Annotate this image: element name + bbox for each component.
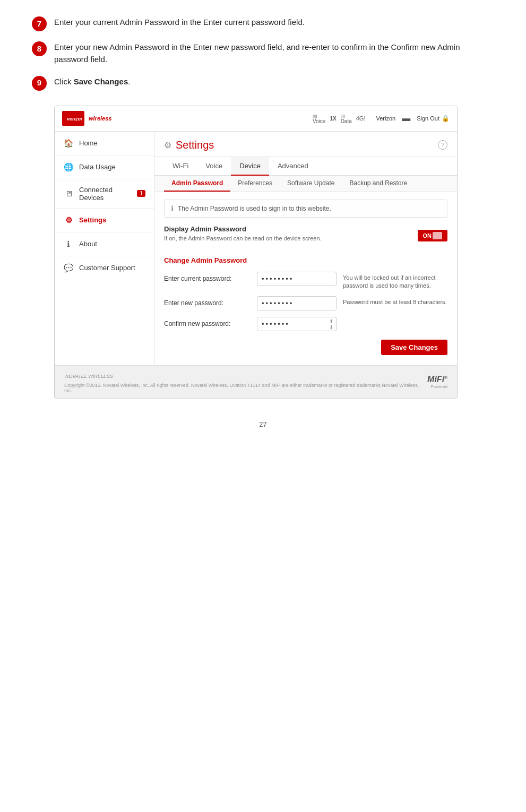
footer-powered: Powered (427, 384, 447, 389)
home-icon: 🏠 (63, 138, 74, 149)
content-area: ⚙ Settings ? Wi-Fi Voice Device Advanced… (154, 132, 457, 365)
logo-wireless-text: wireless (89, 115, 111, 122)
sidebar-item-settings[interactable]: ⚙ Settings (55, 209, 154, 232)
sidebar-item-customer-support[interactable]: 💬 Customer Support (55, 256, 154, 280)
signal-1x: 1X (330, 116, 336, 122)
step-7-number: 7 (32, 16, 47, 31)
display-heading: Display Admin Password (164, 225, 418, 233)
connected-devices-badge: 1 (137, 190, 145, 197)
tab-voice[interactable]: Voice (197, 157, 231, 176)
tab-advanced[interactable]: Advanced (269, 157, 317, 176)
sign-out-button[interactable]: Sign Out 🔒 (417, 115, 450, 122)
confirm-input-wrapper: ⬆⬇ (257, 317, 337, 331)
sidebar-item-data-usage[interactable]: 🌐 Data Usage (55, 156, 154, 179)
step-7-text: Enter your current Admin Password in the… (54, 16, 305, 28)
verizon-logo-icon: verizon (62, 111, 84, 126)
verizon-logo: verizon wireless (62, 111, 111, 126)
step-9-text: Click Save Changes. (54, 75, 130, 88)
step-9-number: 9 (32, 76, 47, 91)
input-confirm-password[interactable] (257, 317, 337, 331)
sub-tab-preferences[interactable]: Preferences (230, 176, 280, 192)
sidebar-item-connected-devices-label: ConnectedDevices (79, 186, 113, 202)
settings-icon: ⚙ (63, 215, 74, 226)
input-current-password[interactable] (257, 272, 337, 286)
form-row-new-password: Enter new password: Password must be at … (164, 296, 447, 310)
header-signals: |||| Voice 1X |||| Data 4G! (313, 113, 366, 124)
signal-data: |||| Data (341, 113, 352, 124)
input-group-confirm-password: ⬆⬇ (257, 317, 447, 331)
settings-header: ⚙ Settings ? (154, 132, 457, 157)
settings-content: ℹ The Admin Password is used to sign in … (154, 192, 457, 363)
display-password-toggle[interactable]: ON (418, 230, 448, 241)
connected-devices-icon: 🖥 (63, 188, 74, 199)
customer-support-icon: 💬 (63, 263, 74, 273)
step-8-text: Enter your new Admin Password in the Ent… (54, 41, 494, 66)
settings-title: Settings (176, 139, 214, 151)
sub-tab-bar: Admin Password Preferences Software Upda… (154, 176, 457, 192)
hint-current-password: You will be locked out if an incorrect p… (343, 272, 447, 290)
help-icon[interactable]: ? (438, 140, 447, 150)
sub-tab-admin-password[interactable]: Admin Password (164, 176, 230, 192)
toggle-label-block: Display Admin Password If on, the Admin … (164, 225, 418, 247)
display-password-section: Display Admin Password If on, the Admin … (164, 225, 447, 247)
router-header: verizon wireless |||| Voice 1X |||| Data… (55, 106, 457, 132)
sidebar-item-about-label: About (79, 240, 97, 248)
footer-left: NOVATEL WIRELESS Copyright ©2015. Novate… (64, 371, 427, 393)
svg-text:NOVATEL WIRELESS: NOVATEL WIRELESS (65, 374, 113, 379)
settings-gear-icon: ⚙ (164, 140, 171, 150)
display-subtext: If on, the Admin Password can be read on… (164, 235, 418, 241)
step-8: 8 Enter your new Admin Password in the E… (32, 41, 494, 66)
label-current-password: Enter current password: (164, 272, 257, 282)
label-confirm-password: Confirm new password: (164, 317, 257, 327)
sub-tab-software-update[interactable]: Software Update (280, 176, 342, 192)
footer-brand: NOVATEL WIRELESS (64, 371, 427, 382)
tab-wifi[interactable]: Wi-Fi (164, 157, 197, 176)
footer-mifi: MiFi® Powered (427, 375, 447, 389)
router-ui-screenshot: verizon wireless |||| Voice 1X |||| Data… (54, 106, 458, 399)
tab-bar: Wi-Fi Voice Device Advanced (154, 157, 457, 176)
sidebar-item-home-label: Home (79, 139, 98, 147)
input-new-password[interactable] (257, 296, 337, 310)
input-group-new-password: Password must be at least 8 characters. (257, 296, 447, 310)
sidebar-item-about[interactable]: ℹ About (55, 232, 154, 256)
sub-tab-backup-restore[interactable]: Backup and Restore (342, 176, 415, 192)
sidebar-item-settings-label: Settings (79, 216, 106, 224)
form-row-current-password: Enter current password: You will be lock… (164, 272, 447, 290)
change-heading: Change Admin Password (164, 256, 447, 264)
router-body: 🏠 Home 🌐 Data Usage 🖥 ConnectedDevices 1… (55, 132, 457, 365)
tab-device[interactable]: Device (231, 157, 269, 176)
info-text: The Admin Password is used to sign in to… (178, 205, 331, 212)
page-number: 27 (32, 420, 494, 428)
hint-new-password: Password must be at least 8 characters. (343, 296, 447, 306)
footer-copyright: Copyright ©2015. Novatel Wireless, Inc. … (64, 383, 427, 393)
about-icon: ℹ (63, 239, 74, 249)
svg-text:verizon: verizon (67, 116, 82, 122)
save-changes-button[interactable]: Save Changes (381, 340, 447, 355)
sidebar-item-customer-support-label: Customer Support (79, 264, 135, 272)
data-usage-icon: 🌐 (63, 162, 74, 172)
form-row-confirm-password: Confirm new password: ⬆⬇ (164, 317, 447, 331)
sidebar-item-home[interactable]: 🏠 Home (55, 132, 154, 156)
toggle-slider (433, 232, 442, 239)
step-9-bold: Save Changes (74, 77, 128, 86)
save-btn-row: Save Changes (164, 340, 447, 355)
carrier-name: Verizon (376, 115, 395, 122)
toggle-on-label: ON (423, 232, 432, 239)
step-9: 9 Click Save Changes. (32, 75, 494, 91)
input-group-current-password: You will be locked out if an incorrect p… (257, 272, 447, 290)
sidebar: 🏠 Home 🌐 Data Usage 🖥 ConnectedDevices 1… (55, 132, 154, 365)
signal-voice: |||| Voice (313, 113, 325, 124)
header-right: Verizon ▬ Sign Out 🔒 (376, 114, 450, 123)
router-footer: NOVATEL WIRELESS Copyright ©2015. Novate… (55, 365, 457, 399)
sidebar-item-connected-devices[interactable]: 🖥 ConnectedDevices 1 (55, 179, 154, 209)
sidebar-item-data-usage-label: Data Usage (79, 163, 116, 171)
info-circle-icon: ℹ (171, 204, 174, 213)
step-8-number: 8 (32, 41, 47, 56)
step-7: 7 Enter your current Admin Password in t… (32, 16, 494, 31)
label-new-password: Enter new password: (164, 296, 257, 307)
info-box: ℹ The Admin Password is used to sign in … (164, 200, 447, 218)
